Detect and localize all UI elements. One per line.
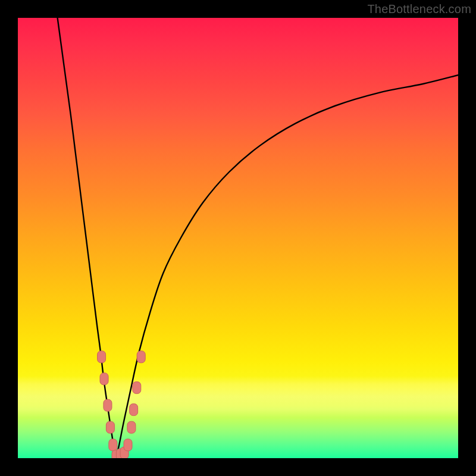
curves-layer xyxy=(18,18,458,458)
data-marker xyxy=(130,404,138,416)
data-marker xyxy=(127,421,136,433)
data-marker xyxy=(100,373,108,385)
data-marker xyxy=(133,382,141,394)
data-marker xyxy=(137,351,145,363)
watermark-text: TheBottleneck.com xyxy=(367,2,471,16)
data-marker xyxy=(109,439,117,451)
chart-frame: TheBottleneck.com xyxy=(0,0,476,476)
curve-group xyxy=(58,18,458,458)
marker-group xyxy=(98,351,146,458)
plot-area xyxy=(18,18,458,458)
data-marker xyxy=(124,439,132,451)
series-right-branch xyxy=(116,75,458,458)
data-marker xyxy=(106,421,114,433)
data-marker xyxy=(104,399,112,411)
series-left-branch xyxy=(58,18,116,458)
data-marker xyxy=(98,351,106,363)
